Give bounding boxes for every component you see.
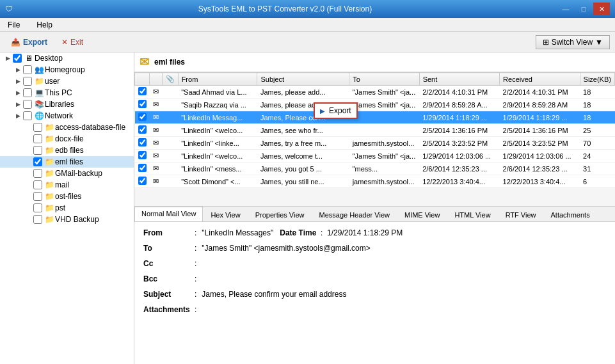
close-button[interactable]: ✕: [593, 3, 610, 15]
export-button[interactable]: 📤 Export: [5, 35, 53, 49]
row-checkbox[interactable]: [138, 113, 147, 121]
preview-field-to: To:"James Smith" <jamesmith.systools@gma…: [143, 244, 606, 253]
tree-checkbox[interactable]: [23, 65, 32, 74]
sidebar-item-mail[interactable]: 📁mail: [0, 179, 134, 191]
tab-attachments[interactable]: Attachments: [544, 208, 597, 221]
table-row[interactable]: ✉"LinkedIn Messag...James, Please con...…: [135, 111, 615, 124]
row-checkbox[interactable]: [138, 151, 147, 159]
cell-[interactable]: ✉: [150, 137, 163, 150]
table-row[interactable]: ✉"LinkedIn" <mess...James, you got 5 ...…: [135, 162, 615, 175]
sidebar-item-libraries[interactable]: ▶📚Libraries: [0, 99, 134, 110]
cell-[interactable]: [135, 162, 150, 175]
tree-checkbox[interactable]: [33, 134, 42, 143]
maximize-button[interactable]: □: [575, 3, 592, 15]
row-checkbox[interactable]: [138, 177, 147, 185]
cell-[interactable]: [162, 150, 178, 162]
tab-rtf-view[interactable]: RTF View: [499, 208, 543, 221]
cell-[interactable]: [162, 162, 178, 175]
cell-[interactable]: [135, 137, 150, 150]
sidebar: ▶🖥Desktop▶👥Homegroup▶📁user▶💻This PC▶📚Lib…: [0, 52, 134, 364]
file-header: ✉ eml files: [134, 52, 615, 72]
tab-normal-mail-view[interactable]: Normal Mail View: [134, 207, 203, 221]
menu-file[interactable]: File: [3, 19, 25, 31]
row-checkbox[interactable]: [138, 164, 147, 172]
cell-[interactable]: [162, 124, 178, 137]
minimize-button[interactable]: —: [557, 3, 574, 15]
menu-help[interactable]: Help: [31, 19, 58, 31]
tree-checkbox[interactable]: [33, 123, 42, 132]
export-context-menu[interactable]: ▶ Export: [314, 102, 358, 119]
sidebar-item-homegroup[interactable]: ▶👥Homegroup: [0, 64, 134, 75]
cell-[interactable]: [135, 150, 150, 162]
tree-checkbox[interactable]: [23, 111, 32, 120]
cell-[interactable]: [135, 175, 150, 188]
cell-[interactable]: ✉: [150, 175, 163, 188]
cell-[interactable]: [135, 99, 150, 111]
sidebar-item-gmail-backup[interactable]: 📁GMail-backup: [0, 168, 134, 179]
tree-label: user: [45, 77, 134, 86]
tree-checkbox[interactable]: [33, 192, 42, 201]
tree-checkbox[interactable]: [33, 180, 42, 189]
folder-icon: 📁: [44, 203, 55, 212]
cell-received: 2/5/2014 1:36:16 PM: [500, 124, 580, 137]
table-row[interactable]: ✉"Saqib Razzaq via ...James, please add.…: [135, 99, 615, 111]
tree-checkbox[interactable]: [33, 215, 42, 224]
sidebar-item-desktop[interactable]: ▶🖥Desktop: [0, 52, 134, 64]
cell-[interactable]: [135, 86, 150, 99]
cell-[interactable]: ✉: [150, 111, 163, 124]
sidebar-item-ost-files[interactable]: 📁ost-files: [0, 191, 134, 202]
tree-checkbox[interactable]: [13, 54, 22, 63]
folder-icon: 📁: [44, 146, 55, 155]
export-menu-label[interactable]: Export: [329, 106, 351, 115]
cell-[interactable]: [135, 124, 150, 137]
cell-[interactable]: [162, 137, 178, 150]
cell-[interactable]: ✉: [150, 99, 163, 111]
tree-checkbox[interactable]: [23, 100, 32, 109]
cell-[interactable]: ✉: [150, 86, 163, 99]
sidebar-item-access-database[interactable]: 📁access-database-file: [0, 122, 134, 133]
table-row[interactable]: ✉"LinkedIn" <welco...James, welcome t...…: [135, 150, 615, 162]
cell-to: jamesmith.systool...: [349, 175, 420, 188]
cell-[interactable]: [162, 86, 178, 99]
tab-message-header-view[interactable]: Message Header View: [312, 208, 396, 221]
email-list-container[interactable]: 📎FromSubjectToSentReceivedSize(KB) ✉"Saa…: [134, 72, 615, 207]
row-checkbox[interactable]: [138, 138, 147, 146]
tree-checkbox[interactable]: [33, 146, 42, 155]
sidebar-item-docx-file[interactable]: 📁docx-file: [0, 133, 134, 145]
cell-[interactable]: [162, 111, 178, 124]
sidebar-item-eml-files[interactable]: 📁eml files: [0, 156, 134, 168]
row-checkbox[interactable]: [138, 125, 147, 134]
file-header-icon: ✉: [140, 55, 149, 69]
tree-checkbox[interactable]: [33, 157, 42, 166]
cell-sent: 2/2/2014 4:10:31 PM: [419, 86, 499, 99]
switch-view-button[interactable]: ⊞ Switch View ▼: [536, 35, 610, 49]
cell-to: "James Smith" <ja...: [349, 86, 420, 99]
cell-[interactable]: [162, 99, 178, 111]
row-checkbox[interactable]: [138, 100, 147, 108]
table-row[interactable]: ✉"Saad Ahmad via L...James, please add..…: [135, 86, 615, 99]
table-row[interactable]: ✉"LinkedIn" <welco...James, see who fr..…: [135, 124, 615, 137]
tree-checkbox[interactable]: [33, 169, 42, 178]
sidebar-item-edb-files[interactable]: 📁edb files: [0, 145, 134, 156]
tree-checkbox[interactable]: [23, 77, 32, 86]
table-row[interactable]: ✉"Scott Dimond" <...James, you still ne.…: [135, 175, 615, 188]
table-row[interactable]: ✉"LinkedIn" <linke...James, try a free m…: [135, 137, 615, 150]
sidebar-item-thispc[interactable]: ▶💻This PC: [0, 87, 134, 99]
cell-[interactable]: ✉: [150, 124, 163, 137]
tab-mime-view[interactable]: MIME View: [397, 208, 447, 221]
row-checkbox[interactable]: [138, 87, 147, 95]
tree-checkbox[interactable]: [23, 88, 32, 97]
tab-hex-view[interactable]: Hex View: [204, 208, 247, 221]
sidebar-item-pst[interactable]: 📁pst: [0, 202, 134, 214]
sidebar-item-vhd-backup[interactable]: 📁VHD Backup: [0, 214, 134, 225]
cell-[interactable]: ✉: [150, 162, 163, 175]
cell-[interactable]: [135, 111, 150, 124]
exit-button[interactable]: ✕ Exit: [56, 35, 89, 49]
sidebar-item-user[interactable]: ▶📁user: [0, 75, 134, 87]
tab-properties-view[interactable]: Properties View: [248, 208, 312, 221]
cell-[interactable]: [162, 175, 178, 188]
tab-html-view[interactable]: HTML View: [447, 208, 497, 221]
sidebar-item-network[interactable]: ▶🌐Network: [0, 110, 134, 122]
cell-[interactable]: ✉: [150, 150, 163, 162]
tree-checkbox[interactable]: [33, 203, 42, 212]
